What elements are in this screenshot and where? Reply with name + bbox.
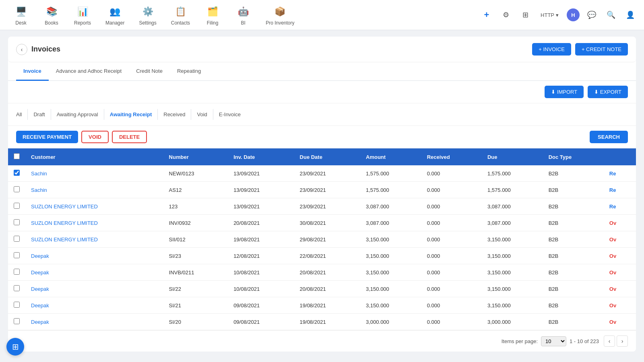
row-due-date: 23/09/2021 (294, 165, 360, 182)
row-status[interactable]: Ov (604, 215, 636, 231)
row-checkbox-cell[interactable] (8, 264, 25, 281)
row-status[interactable]: Re (604, 182, 636, 198)
status-tab-void[interactable]: Void (191, 109, 213, 120)
row-checkbox-cell[interactable] (8, 198, 25, 215)
nav-filing[interactable]: 🗂️ Filing (198, 1, 227, 29)
invoice-button[interactable]: + INVOICE (532, 43, 571, 56)
row-status[interactable]: Ov (604, 314, 636, 330)
nav-settings[interactable]: ⚙️ Settings (132, 1, 163, 29)
nav-books-label: Books (45, 20, 58, 26)
search-button[interactable]: SEARCH (590, 131, 628, 143)
grid-icon[interactable]: ⊞ (518, 8, 533, 22)
gear-icon[interactable]: ⚙ (499, 8, 513, 22)
export-button[interactable]: ⬇ EXPORT (588, 86, 628, 98)
row-checkbox[interactable] (14, 236, 20, 242)
row-doc-type: B2B (543, 231, 604, 248)
row-customer[interactable]: SUZLON ENERGY LIMITED (25, 215, 163, 231)
row-amount: 1,575.000 (360, 182, 421, 198)
row-checkbox-cell[interactable] (8, 182, 25, 198)
nav-contacts[interactable]: 📋 Contacts (165, 1, 196, 29)
status-tab-awaiting-receipt[interactable]: Awaiting Receipt (104, 109, 158, 120)
next-page-button[interactable]: › (617, 335, 628, 347)
credit-note-button[interactable]: + CREDIT NOTE (575, 43, 628, 56)
delete-button[interactable]: DELETE (112, 131, 147, 143)
back-button[interactable]: ‹ (16, 44, 27, 55)
nav-books[interactable]: 📚 Books (37, 1, 66, 29)
row-doc-type: B2B (543, 198, 604, 215)
row-doc-type: B2B (543, 264, 604, 281)
nav-reports[interactable]: 📊 Reports (68, 1, 97, 29)
status-tab-einvoice[interactable]: E-Invoice (213, 109, 246, 120)
row-checkbox-cell[interactable] (8, 314, 25, 330)
nav-bi[interactable]: 🤖 BI (229, 1, 258, 29)
add-button[interactable]: + (479, 8, 494, 22)
status-tab-awaiting-approval[interactable]: Awaiting Approval (51, 109, 104, 120)
bottom-widget[interactable]: ⊞ (6, 338, 24, 356)
row-checkbox-cell[interactable] (8, 165, 25, 182)
row-status[interactable]: Ov (604, 264, 636, 281)
row-checkbox-cell[interactable] (8, 231, 25, 248)
workspace-badge[interactable]: H (567, 8, 580, 21)
row-status[interactable]: Ov (604, 297, 636, 314)
profile-icon[interactable]: 👤 (623, 8, 638, 22)
row-customer[interactable]: SUZLON ENERGY LIMITED (25, 231, 163, 248)
row-customer[interactable]: Deepak (25, 314, 163, 330)
status-tab-all[interactable]: All (16, 109, 28, 120)
row-customer[interactable]: Sachin (25, 182, 163, 198)
row-customer[interactable]: Deepak (25, 281, 163, 297)
row-checkbox[interactable] (14, 285, 20, 291)
row-number: SI/23 (163, 248, 228, 264)
row-checkbox[interactable] (14, 302, 20, 308)
status-tab-received[interactable]: Received (158, 109, 191, 120)
row-checkbox-cell[interactable] (8, 248, 25, 264)
tab-advance[interactable]: Advance and Adhoc Receipt (49, 62, 129, 81)
tab-invoice[interactable]: Invoice (16, 62, 49, 81)
row-checkbox[interactable] (14, 252, 20, 258)
page-navigation: ‹ › (604, 335, 628, 347)
nav-manager[interactable]: 👥 Manager (99, 1, 131, 29)
row-checkbox[interactable] (14, 318, 20, 324)
row-customer[interactable]: Deepak (25, 297, 163, 314)
row-amount: 3,150.000 (360, 248, 421, 264)
nav-desk[interactable]: 🖥️ Desk (6, 1, 35, 29)
row-status[interactable]: Re (604, 165, 636, 182)
row-customer[interactable]: SUZLON ENERGY LIMITED (25, 198, 163, 215)
tab-repeating[interactable]: Repeating (170, 62, 208, 81)
row-checkbox-cell[interactable] (8, 215, 25, 231)
row-due: 1,575.000 (482, 165, 543, 182)
invoices-table-wrapper: Customer Number Inv. Date Due Date Amoun… (8, 148, 636, 330)
row-checkbox[interactable] (14, 219, 20, 225)
nav-pro-inventory[interactable]: 📦 Pro Inventory (259, 1, 301, 29)
row-checkbox[interactable] (14, 269, 20, 275)
void-button[interactable]: VOID (81, 131, 109, 143)
chevron-down-icon: ▾ (556, 12, 559, 18)
row-checkbox[interactable] (14, 186, 20, 192)
row-due: 1,575.000 (482, 182, 543, 198)
row-customer[interactable]: Deepak (25, 248, 163, 264)
row-checkbox-cell[interactable] (8, 297, 25, 314)
row-customer[interactable]: Deepak (25, 264, 163, 281)
row-status[interactable]: Re (604, 198, 636, 215)
receive-payment-button[interactable]: RECEIVE PAYMENT (16, 131, 78, 143)
row-status[interactable]: Ov (604, 231, 636, 248)
row-status[interactable]: Ov (604, 248, 636, 264)
row-customer[interactable]: Sachin (25, 165, 163, 182)
row-checkbox-cell[interactable] (8, 281, 25, 297)
row-checkbox[interactable] (14, 170, 20, 176)
notifications-icon[interactable]: 💬 (584, 8, 599, 22)
select-all-header[interactable] (8, 148, 25, 165)
row-number: NEW/0123 (163, 165, 228, 182)
row-checkbox[interactable] (14, 203, 20, 209)
items-per-page-label: Items per page: (502, 338, 538, 344)
row-amount: 3,150.000 (360, 231, 421, 248)
tab-credit-note[interactable]: Credit Note (129, 62, 170, 81)
per-page-select[interactable]: 10 25 50 (541, 336, 566, 346)
select-all-checkbox[interactable] (14, 153, 20, 159)
import-button[interactable]: ⬇ IMPORT (545, 86, 584, 98)
workspace-selector[interactable]: HTTP ▾ (537, 10, 562, 20)
prev-page-button[interactable]: ‹ (604, 335, 615, 347)
status-tab-draft[interactable]: Draft (28, 109, 51, 120)
action-left: RECEIVE PAYMENT VOID DELETE (16, 131, 147, 143)
row-status[interactable]: Ov (604, 281, 636, 297)
search-icon[interactable]: 🔍 (604, 8, 618, 22)
